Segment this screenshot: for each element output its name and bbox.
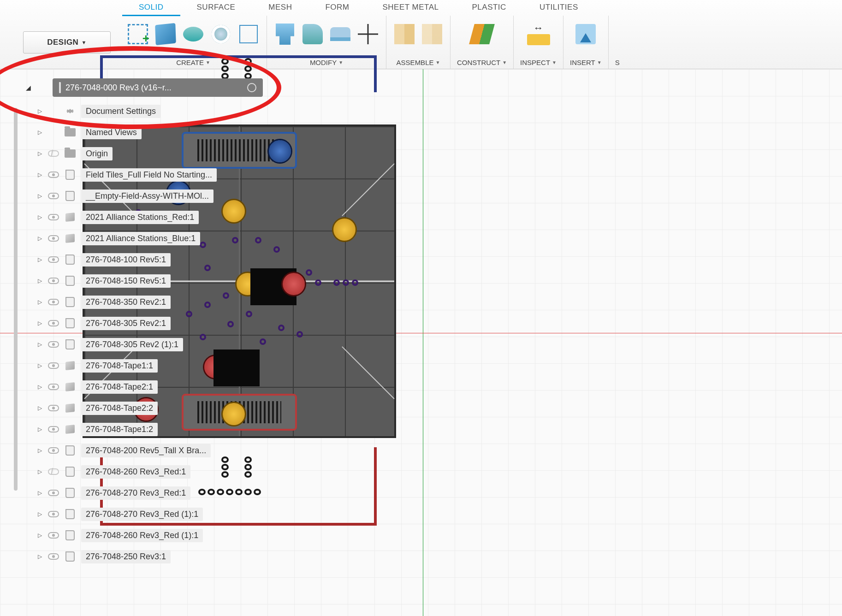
visibility-on-icon[interactable] [48, 510, 59, 518]
browser-node[interactable]: ▷Field Tiles_Full Field No Starting... [34, 164, 263, 185]
visibility-on-icon[interactable] [48, 489, 59, 497]
body-icon [65, 233, 76, 243]
shell-icon[interactable] [329, 23, 352, 46]
expand-triangle-icon[interactable]: ▷ [37, 299, 42, 305]
revolve-icon[interactable] [182, 23, 205, 46]
visibility-on-icon[interactable] [48, 319, 59, 327]
visibility-on-icon[interactable] [48, 298, 59, 306]
expand-triangle-icon[interactable]: ▷ [37, 532, 42, 539]
save-indicator-icon [247, 83, 256, 92]
press-pull-icon[interactable] [273, 23, 296, 46]
node-label: Origin [81, 147, 113, 160]
browser-node[interactable]: ▷2021 Alliance Stations_Red:1 [34, 207, 263, 228]
workspace-switcher[interactable]: DESIGN ▼ [23, 31, 111, 53]
ribbon-tab-surface[interactable]: SURFACE [180, 0, 252, 16]
visibility-on-icon[interactable] [48, 425, 59, 433]
visibility-on-icon[interactable] [48, 531, 59, 539]
browser-node[interactable]: ▷276-7048-270 Rev3_Red (1):1 [34, 503, 263, 525]
visibility-on-icon[interactable] [48, 171, 59, 179]
node-label: 276-7048-Tape1:1 [81, 359, 158, 373]
ribbon-tab-solid[interactable]: SOLID [122, 0, 180, 16]
browser-node[interactable]: ▷276-7048-260 Rev3_Red (1):1 [34, 525, 263, 546]
construction-plane-icon[interactable] [470, 23, 493, 46]
expand-triangle-icon[interactable]: ▷ [37, 362, 42, 369]
visibility-on-icon[interactable] [48, 255, 59, 264]
gear-icon [65, 106, 76, 116]
expand-triangle-icon[interactable]: ▷ [37, 172, 42, 178]
browser-node[interactable]: ▷276-7048-250 Rev3:1 [34, 546, 263, 567]
browser-node[interactable]: ▷276-7048-305 Rev2 (1):1 [34, 334, 263, 355]
browser-node[interactable]: ▷2021 Alliance Stations_Blue:1 [34, 228, 263, 249]
expand-triangle-icon[interactable]: ▷ [37, 511, 42, 517]
move-icon[interactable] [356, 23, 379, 46]
browser-node[interactable]: ▷Named Views [34, 122, 263, 143]
measure-icon[interactable] [527, 23, 550, 46]
visibility-on-icon[interactable] [48, 552, 59, 561]
browser-node[interactable]: ▷276-7048-200 Rev5_Tall X Bra... [34, 440, 263, 461]
ribbon-tab-mesh[interactable]: MESH [252, 0, 308, 16]
expand-triangle-icon[interactable]: ▷ [37, 256, 42, 263]
visibility-on-icon[interactable] [48, 361, 59, 370]
expand-triangle-icon[interactable]: ▷ [37, 129, 42, 136]
expand-triangle-icon[interactable]: ▷ [37, 235, 42, 242]
expand-triangle-icon[interactable]: ▷ [37, 214, 42, 220]
ribbon-tab-plastic[interactable]: PLASTIC [456, 0, 523, 16]
browser-node[interactable]: ▷276-7048-260 Rev3_Red:1 [34, 461, 263, 482]
visibility-off-icon[interactable] [48, 468, 59, 476]
browser-node[interactable]: ▷276-7048-350 Rev2:1 [34, 291, 263, 313]
body-icon [65, 403, 76, 413]
visibility-on-icon[interactable] [48, 383, 59, 391]
create-sketch-icon[interactable] [126, 23, 149, 46]
expand-triangle-icon[interactable]: ▷ [37, 426, 42, 432]
expand-triangle-icon[interactable]: ▷ [37, 405, 42, 411]
joint-icon[interactable] [393, 23, 416, 46]
chevron-down-icon: ▼ [81, 40, 86, 45]
expand-triangle-icon[interactable]: ▷ [37, 553, 42, 560]
visibility-on-icon[interactable] [48, 213, 59, 221]
expand-triangle-icon[interactable]: ▷ [37, 320, 42, 326]
expand-triangle-icon[interactable]: ◢ [26, 84, 31, 91]
as-built-joint-icon[interactable] [421, 23, 444, 46]
browser-node[interactable]: ▷Origin [34, 143, 263, 164]
fillet-icon[interactable] [301, 23, 324, 46]
expand-triangle-icon[interactable]: ▷ [37, 108, 42, 114]
browser-node[interactable]: ▷276-7048-Tape1:2 [34, 419, 263, 440]
node-label: 276-7048-Tape2:2 [81, 402, 158, 415]
hole-icon[interactable] [209, 23, 232, 46]
expand-triangle-icon[interactable]: ▷ [37, 150, 42, 157]
visibility-on-icon[interactable] [48, 192, 59, 200]
visibility-on-icon[interactable] [48, 234, 59, 243]
scrollbar-thumb[interactable] [14, 108, 18, 491]
expand-triangle-icon[interactable]: ▷ [37, 490, 42, 496]
ribbon-tab-utilities[interactable]: UTILITIES [523, 0, 595, 16]
browser-node[interactable]: ▷276-7048-Tape2:1 [34, 376, 263, 397]
visibility-on-icon[interactable] [48, 340, 59, 349]
mobile-goal-blue [269, 140, 291, 162]
visibility-off-icon[interactable] [48, 149, 59, 158]
expand-triangle-icon[interactable]: ▷ [37, 193, 42, 199]
browser-node[interactable]: ▷__Empty-Field-Assy-WITH-MOl... [34, 185, 263, 207]
expand-triangle-icon[interactable]: ▷ [37, 447, 42, 454]
browser-node[interactable]: ▷276-7048-Tape1:1 [34, 355, 263, 376]
expand-triangle-icon[interactable]: ▷ [37, 468, 42, 475]
insert-image-icon[interactable] [574, 23, 597, 46]
ribbon-tab-sheet-metal[interactable]: SHEET METAL [366, 0, 456, 16]
browser-node[interactable]: ▷276-7048-100 Rev5:1 [34, 249, 263, 270]
expand-triangle-icon[interactable]: ▷ [37, 384, 42, 390]
browser-node[interactable]: ▷276-7048-305 Rev2:1 [34, 313, 263, 334]
expand-triangle-icon[interactable]: ▷ [37, 341, 42, 348]
expand-triangle-icon[interactable]: ▷ [37, 278, 42, 284]
rectangle-icon[interactable] [237, 23, 260, 46]
browser-node[interactable]: ▷276-7048-Tape2:2 [34, 397, 263, 419]
ribbon-tab-form[interactable]: FORM [308, 0, 366, 16]
node-label: 276-7048-150 Rev5:1 [81, 274, 171, 288]
browser-node[interactable]: ▷Document Settings [34, 101, 263, 122]
browser-node[interactable]: ▷276-7048-150 Rev5:1 [34, 270, 263, 291]
component-icon [65, 530, 76, 540]
browser-root-document[interactable]: ◢ 276-7048-000 Rev3 (v16~r... [53, 78, 263, 97]
browser-node[interactable]: ▷276-7048-270 Rev3_Red:1 [34, 482, 263, 503]
visibility-on-icon[interactable] [48, 277, 59, 285]
visibility-on-icon[interactable] [48, 404, 59, 412]
extrude-icon[interactable] [154, 23, 177, 46]
visibility-on-icon[interactable] [48, 446, 59, 455]
